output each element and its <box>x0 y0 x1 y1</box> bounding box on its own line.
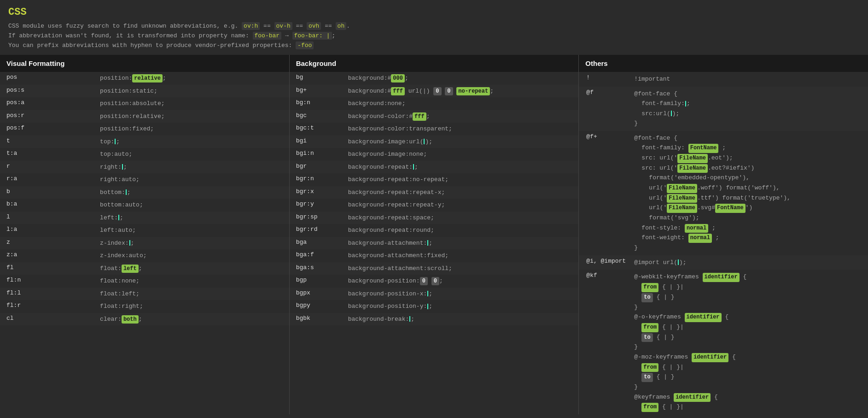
badge: to <box>641 373 652 382</box>
badge: FileName <box>667 194 697 203</box>
table-row: pos:rposition:relative; <box>0 110 289 123</box>
description-1: CSS module uses fuzzy search to find unk… <box>8 22 860 31</box>
row-val: background-break:; <box>346 313 579 326</box>
cursor-indicator <box>671 111 672 116</box>
table-row: fl:nfloat:none; <box>0 275 289 288</box>
table-row: ttop:; <box>0 135 289 148</box>
row-val: background-color:transparent; <box>346 123 579 135</box>
table-row: bgcbackground-color:#fff; <box>290 110 579 123</box>
table-row: bga:sbackground-attachment:scroll; <box>290 262 579 275</box>
table-row: z:az-index:auto; <box>0 249 289 262</box>
item-val: !important <box>632 73 865 85</box>
row-val: background-image:none; <box>346 148 579 161</box>
cursor-indicator <box>129 240 130 246</box>
row-key: pos <box>0 72 98 85</box>
badge: FontName <box>688 144 719 153</box>
row-val: background-color:#fff; <box>346 110 579 123</box>
table-row: lleft:; <box>0 212 289 224</box>
table-row: bga:fbackground-attachment:fixed; <box>290 249 579 262</box>
cursor-indicator <box>427 304 428 309</box>
table-row: bgibackground-image:url(); <box>290 135 579 148</box>
item-val: @-webkit-keyframes identifier {from { | … <box>632 271 865 413</box>
row-key: bgr:x <box>290 186 346 199</box>
badge: fff <box>391 87 405 95</box>
badge: 000 <box>391 74 405 82</box>
item-val: @font-face {font-family:;src:url();} <box>632 88 865 130</box>
item-key: @f <box>582 88 632 130</box>
row-key: z:a <box>0 249 98 262</box>
row-key: l <box>0 212 98 224</box>
item-key: @i, @import <box>582 257 632 268</box>
badge: left <box>122 265 139 273</box>
list-item: @kf@-webkit-keyframes identifier {from {… <box>579 270 868 414</box>
table-row: bg+background:#fff url(|) 0 0 no-repeat; <box>290 85 579 98</box>
row-key: bgpy <box>290 300 346 313</box>
row-key: fl:n <box>0 275 98 288</box>
table-row: clclear:both; <box>0 313 289 326</box>
main-content: Visual Formatting posposition:relative;p… <box>0 55 868 414</box>
row-val: bottom:; <box>98 186 289 199</box>
badge: identifier <box>703 273 740 282</box>
desc2-plain: If abbreviation wasn't found, it is tran… <box>8 32 253 39</box>
cursor-indicator <box>678 259 679 265</box>
badge: from <box>641 403 658 412</box>
badge: normal <box>688 234 712 243</box>
row-key: bgbk <box>290 313 346 326</box>
row-key: pos:a <box>0 97 98 110</box>
item-val: @font-face {font-family: FontName ;src: … <box>632 132 865 254</box>
cursor-indicator <box>122 164 123 170</box>
table-row: bgbackground:#000; <box>290 72 579 85</box>
desc1-plain: CSS module uses fuzzy search to find unk… <box>8 23 242 29</box>
description-3: You can prefix abbreviations with hyphen… <box>8 41 860 51</box>
table-row: rright:; <box>0 161 289 174</box>
row-val: left:; <box>98 212 289 224</box>
desc2-mid: → <box>281 32 292 39</box>
row-key: l:a <box>0 224 98 237</box>
row-val: float:left; <box>98 288 289 300</box>
table-row: bgpybackground-position-y:; <box>290 300 579 313</box>
table-row: bgr:rdbackground-repeat:round; <box>290 224 579 237</box>
desc3-plain: You can prefix abbreviations with hyphen… <box>8 42 296 49</box>
badge: identifier <box>692 353 728 362</box>
row-key: r:a <box>0 173 98 186</box>
row-val: position:absolute; <box>98 97 289 110</box>
row-key: bg:n <box>290 97 346 110</box>
row-key: bga:f <box>290 249 346 262</box>
table-row: t:atop:auto; <box>0 148 289 161</box>
row-val: background-position-x:; <box>346 288 579 300</box>
row-val: position:fixed; <box>98 123 289 135</box>
desc3-code: -foo <box>296 41 314 49</box>
cursor-indicator <box>424 139 425 144</box>
row-key: pos:r <box>0 110 98 123</box>
list-item: @i, @import@import url(); <box>579 255 868 270</box>
badge: normal <box>685 224 708 233</box>
row-val: background:#fff url(|) 0 0 no-repeat; <box>346 85 579 98</box>
row-key: bgr:rd <box>290 224 346 237</box>
badge: 0 <box>420 277 428 285</box>
visual-formatting-rows: posposition:relative;pos:sposition:stati… <box>0 72 289 325</box>
section-others: Others !!important@f@font-face {font-fam… <box>579 55 868 414</box>
section-header-others: Others <box>579 55 868 72</box>
badge: no-repeat <box>456 87 490 95</box>
row-key: fl:l <box>0 288 98 300</box>
row-key: bgr:sp <box>290 212 346 224</box>
background-rows: bgbackground:#000;bg+background:#fff url… <box>290 72 579 325</box>
table-row: pos:aposition:absolute; <box>0 97 289 110</box>
row-key: bgr:y <box>290 199 346 212</box>
row-key: bgi <box>290 135 346 148</box>
table-row: r:aright:auto; <box>0 173 289 186</box>
badge: from <box>641 323 658 332</box>
cursor-indicator <box>427 291 428 296</box>
row-val: right:; <box>98 161 289 174</box>
row-key: fl:r <box>0 300 98 313</box>
row-key: fl <box>0 262 98 275</box>
list-item: !!important <box>579 72 868 86</box>
row-val: background-repeat:no-repeat; <box>346 173 579 186</box>
cursor-indicator <box>126 189 127 195</box>
item-key: @kf <box>582 271 632 413</box>
item-key: ! <box>582 73 632 85</box>
desc1-code4: oh <box>336 22 347 30</box>
badge: from <box>641 363 658 372</box>
row-val: background-attachment:; <box>346 237 579 250</box>
table-row: bgr:spbackground-repeat:space; <box>290 212 579 224</box>
